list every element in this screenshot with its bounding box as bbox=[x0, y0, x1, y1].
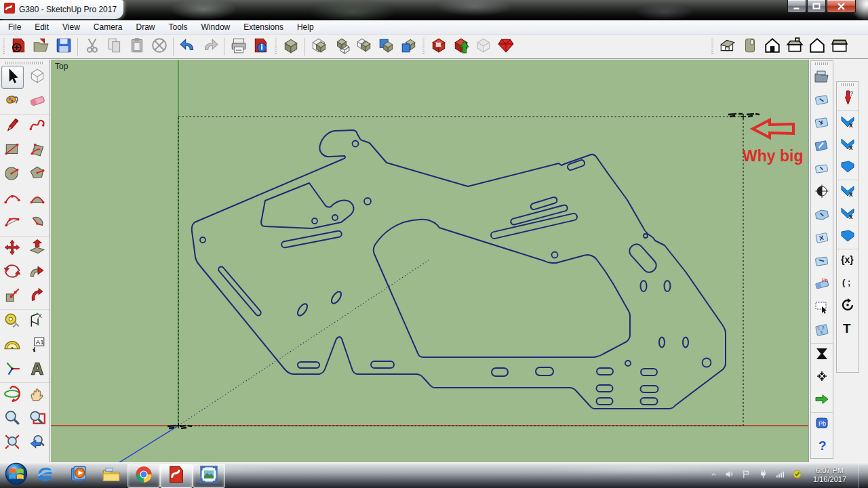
tool-wedge-plain[interactable] bbox=[837, 157, 859, 180]
view-right-button[interactable] bbox=[828, 37, 850, 57]
maximize-button[interactable] bbox=[807, 0, 826, 13]
tray-action-center[interactable] bbox=[741, 469, 751, 482]
tray-power[interactable] bbox=[758, 469, 768, 482]
tool-protractor[interactable] bbox=[1, 334, 24, 357]
tray-volume[interactable] bbox=[724, 469, 734, 482]
tool-cam-delete[interactable] bbox=[811, 343, 833, 366]
tool-wedge-x[interactable]: x bbox=[837, 203, 859, 226]
tool-paren-semi[interactable]: ( ; bbox=[837, 272, 859, 295]
component-pair-button[interactable] bbox=[330, 37, 353, 57]
tool-push-pull[interactable] bbox=[26, 237, 48, 260]
minimize-button[interactable] bbox=[787, 0, 806, 13]
view-warehouse-button[interactable] bbox=[738, 37, 761, 57]
show-desktop-button[interactable] bbox=[859, 462, 868, 488]
menu-view[interactable]: View bbox=[56, 21, 87, 33]
view-iso-button[interactable] bbox=[716, 37, 738, 57]
tool-cam-sphere[interactable] bbox=[811, 182, 833, 205]
taskbar-chrome[interactable] bbox=[127, 464, 160, 488]
menu-extensions[interactable]: Extensions bbox=[237, 21, 290, 33]
taskbar-image-viewer[interactable] bbox=[193, 464, 225, 488]
tool-rotated-rectangle[interactable] bbox=[26, 139, 48, 162]
extension-ghost-button[interactable] bbox=[472, 37, 494, 57]
extension-upload-button[interactable] bbox=[450, 37, 472, 57]
component-wire-button[interactable] bbox=[353, 37, 375, 57]
tool-polygon[interactable] bbox=[26, 163, 48, 186]
view-front-button[interactable] bbox=[761, 37, 783, 57]
tool-paint-bucket[interactable] bbox=[1, 90, 24, 113]
extension-box-button[interactable] bbox=[427, 37, 450, 57]
view-home-button[interactable] bbox=[806, 37, 828, 57]
taskbar-file-explorer[interactable] bbox=[95, 464, 127, 488]
print-button[interactable] bbox=[227, 37, 250, 57]
tool-dimensions[interactable]: X bbox=[26, 310, 48, 333]
taskbar-internet-explorer[interactable] bbox=[30, 464, 62, 488]
tool-zoom-previous[interactable] bbox=[26, 432, 48, 455]
tool-cam-tile-b[interactable] bbox=[811, 113, 833, 136]
tool-cam-pb-box[interactable]: Pb bbox=[811, 412, 833, 435]
tool-follow-me[interactable] bbox=[26, 261, 48, 284]
model-info-button[interactable] bbox=[250, 37, 272, 57]
menu-tools[interactable]: Tools bbox=[162, 21, 195, 33]
redo-button[interactable] bbox=[199, 37, 221, 57]
tool-drill-help[interactable]: ? bbox=[837, 87, 859, 110]
tool-pie[interactable] bbox=[26, 212, 48, 235]
tool-two-point-arc[interactable] bbox=[26, 188, 48, 211]
taskbar-clock[interactable]: 6:07 PM1/16/2017 bbox=[813, 466, 846, 484]
tool-cam-tile-e[interactable] bbox=[811, 205, 833, 228]
tool-line[interactable] bbox=[1, 115, 24, 138]
taskbar-sketchup[interactable] bbox=[160, 464, 193, 488]
delete-button[interactable] bbox=[148, 37, 170, 57]
tool-eraser[interactable] bbox=[26, 90, 48, 113]
tool-circle[interactable] bbox=[1, 163, 24, 186]
taskbar-media-player[interactable] bbox=[62, 464, 95, 488]
tool-cam-numbers[interactable]: 123 bbox=[811, 320, 833, 343]
tool-arc[interactable] bbox=[1, 188, 24, 211]
tool-cam-select[interactable] bbox=[811, 297, 833, 320]
tool-wedge-plain[interactable] bbox=[837, 226, 859, 249]
tool-move[interactable] bbox=[1, 237, 24, 260]
tool-freehand[interactable] bbox=[26, 115, 48, 138]
tool-cam-eraser[interactable]: Pb bbox=[811, 274, 833, 297]
tool-cam-tile-c[interactable] bbox=[811, 136, 833, 159]
component-blue-front-button[interactable] bbox=[397, 37, 420, 57]
tool-rectangle[interactable] bbox=[1, 139, 24, 162]
tool-scale[interactable] bbox=[1, 285, 24, 308]
tool-cam-compress[interactable] bbox=[811, 366, 833, 389]
tool-zoom-window[interactable] bbox=[26, 407, 48, 430]
start-button[interactable] bbox=[3, 463, 30, 487]
tool-cam-tile-f[interactable] bbox=[811, 228, 833, 251]
tool-cam-help[interactable]: ? bbox=[811, 435, 833, 458]
tool-cam-folder[interactable] bbox=[811, 66, 833, 89]
cut-button[interactable] bbox=[81, 37, 103, 57]
menu-edit[interactable]: Edit bbox=[28, 21, 56, 33]
tool-rotate-back[interactable] bbox=[837, 295, 859, 318]
tray-antivirus[interactable] bbox=[792, 469, 802, 482]
undo-button[interactable] bbox=[176, 37, 199, 57]
open-model-button[interactable] bbox=[30, 37, 52, 57]
tool-zoom-extents[interactable] bbox=[1, 432, 24, 455]
close-button[interactable] bbox=[827, 0, 856, 13]
drawing-canvas[interactable]: Why big Top bbox=[51, 60, 808, 462]
menu-window[interactable]: Window bbox=[195, 21, 237, 33]
new-model-button[interactable] bbox=[7, 37, 30, 57]
tool-zoom[interactable] bbox=[1, 407, 24, 430]
tool-axes[interactable] bbox=[1, 359, 24, 382]
tool-cam-tile-g[interactable] bbox=[811, 251, 833, 274]
tray-hidden-icons[interactable] bbox=[710, 469, 717, 481]
menu-file[interactable]: File bbox=[1, 21, 28, 33]
menu-draw[interactable]: Draw bbox=[130, 21, 162, 33]
tool-orbit[interactable] bbox=[1, 384, 24, 407]
save-model-button[interactable] bbox=[52, 37, 75, 57]
tool-select[interactable] bbox=[1, 66, 24, 89]
tool-tape-measure[interactable] bbox=[1, 310, 24, 333]
tool-three-point-arc[interactable] bbox=[1, 212, 24, 235]
ruby-gem-button[interactable] bbox=[494, 37, 517, 57]
copy-button[interactable] bbox=[103, 37, 125, 57]
component-frame-button[interactable] bbox=[308, 37, 330, 57]
tool-cam-go[interactable] bbox=[811, 389, 833, 412]
tool-wedge-x[interactable]: x bbox=[837, 110, 859, 134]
tool-wedge-x[interactable]: x bbox=[837, 134, 859, 157]
tool-cam-tile-a[interactable] bbox=[811, 89, 833, 113]
tool-letter-t[interactable]: T bbox=[837, 318, 859, 341]
component-blue-back-button[interactable] bbox=[375, 37, 397, 57]
